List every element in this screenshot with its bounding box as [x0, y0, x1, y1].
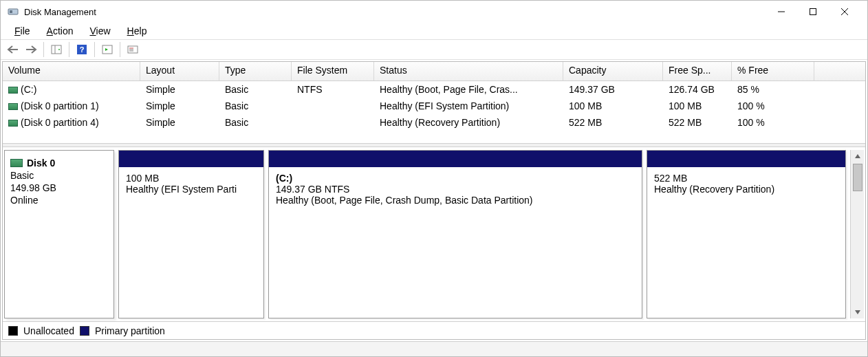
partition-box[interactable]: 522 MB Healthy (Recovery Partition) — [647, 150, 846, 318]
content-area: Volume Layout Type File System Status Ca… — [2, 61, 866, 340]
forward-button[interactable] — [23, 41, 39, 58]
volume-row[interactable]: (Disk 0 partition 4) Simple Basic Health… — [3, 114, 865, 131]
cell-volume: (C:) — [21, 84, 36, 95]
volume-list: Volume Layout Type File System Status Ca… — [3, 62, 865, 143]
titlebar: Disk Management — [1, 1, 867, 23]
partition-size: 522 MB — [654, 173, 838, 184]
legend-label-primary: Primary partition — [95, 325, 165, 336]
cell-layout: Simple — [140, 116, 219, 129]
menu-action[interactable]: Action — [39, 24, 82, 38]
cell-filesystem — [292, 121, 374, 124]
cell-volume: (Disk 0 partition 4) — [21, 117, 99, 128]
menu-help[interactable]: Help — [119, 24, 155, 38]
cell-pctfree: 100 % — [732, 116, 814, 129]
col-header-status[interactable]: Status — [374, 62, 563, 80]
svg-text:?: ? — [80, 45, 85, 54]
scroll-down-icon[interactable] — [851, 306, 864, 318]
volume-icon — [8, 103, 18, 110]
vertical-scrollbar[interactable] — [850, 150, 864, 318]
disk-info-box[interactable]: Disk 0 Basic 149.98 GB Online — [4, 150, 114, 318]
cell-filesystem — [292, 105, 374, 107]
scroll-up-icon[interactable] — [851, 150, 864, 162]
menubar: File Action View Help — [1, 23, 867, 39]
cell-status: Healthy (EFI System Partition) — [374, 99, 563, 113]
cell-freespace: 126.74 GB — [663, 83, 732, 96]
col-header-capacity[interactable]: Capacity — [563, 62, 663, 80]
partition-container: 100 MB Healthy (EFI System Parti (C:) 14… — [118, 150, 846, 318]
cell-status: Healthy (Recovery Partition) — [374, 116, 563, 129]
svg-marker-12 — [105, 48, 108, 51]
volume-row[interactable]: (C:) Simple Basic NTFS Healthy (Boot, Pa… — [3, 81, 865, 98]
svg-rect-3 — [810, 9, 816, 15]
partition-color-bar — [647, 151, 845, 167]
partition-status: Healthy (EFI System Parti — [126, 184, 257, 195]
col-header-layout[interactable]: Layout — [140, 62, 219, 80]
partition-status: Healthy (Boot, Page File, Crash Dump, Ba… — [276, 195, 635, 206]
cell-freespace: 100 MB — [663, 99, 732, 113]
col-header-type[interactable]: Type — [219, 62, 292, 80]
cell-status: Healthy (Boot, Page File, Cras... — [374, 83, 563, 96]
partition-box[interactable]: 100 MB Healthy (EFI System Parti — [118, 150, 264, 318]
legend-bar: Unallocated Primary partition — [3, 321, 865, 339]
window: Disk Management File Action View Help ? … — [0, 0, 868, 357]
cell-type: Basic — [219, 99, 292, 113]
window-title: Disk Management — [24, 7, 96, 17]
partition-status: Healthy (Recovery Partition) — [654, 184, 838, 195]
partition-size: 149.37 GB NTFS — [276, 184, 635, 195]
volume-row[interactable]: (Disk 0 partition 1) Simple Basic Health… — [3, 98, 865, 114]
minimize-button[interactable] — [766, 1, 797, 22]
cell-pctfree: 100 % — [732, 99, 814, 113]
app-icon — [8, 6, 19, 17]
back-button[interactable] — [5, 41, 21, 58]
properties-button[interactable] — [124, 41, 141, 58]
volume-icon — [8, 120, 18, 127]
refresh-button[interactable] — [99, 41, 116, 58]
partition-name: (C:) — [276, 173, 635, 184]
close-button[interactable] — [829, 1, 860, 22]
cell-type: Basic — [219, 83, 292, 96]
cell-type: Basic — [219, 116, 292, 129]
disk-name: Disk 0 — [27, 158, 55, 169]
legend-swatch-unallocated — [8, 326, 18, 336]
svg-marker-18 — [855, 310, 860, 314]
help-button[interactable]: ? — [74, 41, 90, 58]
legend-label-unallocated: Unallocated — [23, 325, 74, 336]
disk-icon — [10, 159, 23, 167]
cell-pctfree: 85 % — [732, 83, 814, 96]
legend-swatch-primary — [80, 326, 89, 336]
cell-volume: (Disk 0 partition 1) — [21, 100, 99, 111]
disk-size: 149.98 GB — [10, 182, 108, 193]
show-hide-console-tree-button[interactable] — [48, 41, 65, 58]
col-header-filesystem[interactable]: File System — [292, 62, 374, 80]
volume-icon — [8, 87, 18, 94]
cell-freespace: 522 MB — [663, 116, 732, 129]
svg-rect-1 — [10, 10, 12, 13]
svg-point-8 — [58, 49, 60, 50]
cell-layout: Simple — [140, 83, 219, 96]
status-bar — [1, 341, 867, 356]
volume-list-header: Volume Layout Type File System Status Ca… — [3, 62, 865, 81]
cell-capacity: 149.37 GB — [563, 83, 663, 96]
col-header-volume[interactable]: Volume — [3, 62, 140, 80]
partition-box[interactable]: (C:) 149.37 GB NTFS Healthy (Boot, Page … — [268, 150, 642, 318]
partition-size: 100 MB — [126, 173, 257, 184]
cell-filesystem: NTFS — [292, 83, 374, 96]
scroll-thumb[interactable] — [853, 164, 862, 191]
partition-color-bar — [269, 151, 642, 167]
menu-file[interactable]: File — [6, 24, 39, 38]
col-header-freespace[interactable]: Free Sp... — [663, 62, 732, 80]
toolbar: ? — [1, 39, 867, 60]
menu-view[interactable]: View — [82, 24, 119, 38]
cell-capacity: 522 MB — [563, 116, 663, 129]
cell-capacity: 100 MB — [563, 99, 663, 113]
maximize-button[interactable] — [797, 1, 829, 22]
col-header-pctfree[interactable]: % Free — [732, 62, 814, 80]
disk-type: Basic — [10, 170, 108, 181]
cell-layout: Simple — [140, 99, 219, 113]
disk-map: Disk 0 Basic 149.98 GB Online 100 MB Hea… — [3, 147, 865, 321]
svg-marker-17 — [855, 154, 860, 158]
partition-color-bar — [119, 151, 263, 167]
disk-state: Online — [10, 195, 108, 206]
